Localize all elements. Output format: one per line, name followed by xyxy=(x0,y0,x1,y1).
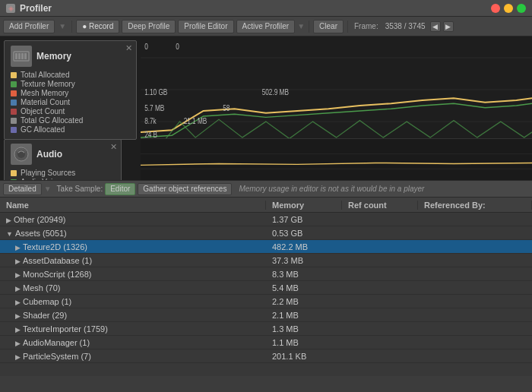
row-arrow: ▶ xyxy=(15,312,21,320)
svg-rect-4 xyxy=(24,53,27,59)
row-arrow: ▶ xyxy=(15,244,21,251)
legend-mesh-memory: Mesh Memory xyxy=(21,89,68,97)
table-row[interactable]: ▶TextureImporter (1759) 1.3 MB xyxy=(0,322,532,336)
header-ref-count: Ref count xyxy=(342,201,418,210)
table-row[interactable]: ▶Other (20949) 1.37 GB xyxy=(0,213,532,226)
window-title: Profiler xyxy=(20,3,52,14)
graph-area: ✕ Memory Total Allocated Texture Memory … xyxy=(0,36,532,181)
row-name: ▶Shader (29) xyxy=(0,311,266,320)
row-name: ▶TextureImporter (1759) xyxy=(0,324,266,334)
window-controls xyxy=(491,4,526,13)
table-row[interactable]: ▶AudioManager (1) 1.1 MB xyxy=(0,336,532,349)
svg-rect-1 xyxy=(15,53,17,59)
row-name: ▼Assets (5051) xyxy=(0,229,266,238)
legend-object-count: Object Count xyxy=(21,107,65,115)
frame-value: 3538 / 3745 xyxy=(385,22,426,30)
audio-icon xyxy=(11,144,32,165)
header-memory: Memory xyxy=(266,201,342,210)
toolbar-separator-2 xyxy=(309,21,309,33)
row-memory: 1.37 GB xyxy=(266,215,342,224)
row-memory: 1.1 MB xyxy=(266,338,342,347)
audio-panel-header: Audio xyxy=(11,144,115,165)
audio-panel: ✕ Audio Playing Sources Audio Voices Tot… xyxy=(4,139,122,181)
row-arrow: ▶ xyxy=(15,271,21,279)
row-name: ▶AssetDatabase (1) xyxy=(0,256,266,265)
row-arrow: ▶ xyxy=(15,285,21,292)
row-name: ▶Other (20949) xyxy=(0,215,266,224)
svg-text:58: 58 xyxy=(223,103,230,113)
table-header: Name Memory Ref count Referenced By: xyxy=(0,198,532,213)
row-memory: 482.2 MB xyxy=(266,242,342,251)
table-row[interactable]: ▶Cubemap (1) 2.2 MB xyxy=(0,295,532,308)
table-row[interactable]: ▶MonoScript (1268) 8.3 MB xyxy=(0,267,532,281)
svg-text:5.7 MB: 5.7 MB xyxy=(144,103,164,113)
table-row[interactable]: ▶ParticleSystem (7) 201.1 KB xyxy=(0,349,532,363)
active-profiler-button[interactable]: Active Profiler xyxy=(236,20,296,33)
table-row[interactable]: ▶Shader (29) 2.1 MB xyxy=(0,308,532,322)
row-memory: 8.3 MB xyxy=(266,270,342,279)
svg-text:0: 0 xyxy=(144,42,148,52)
row-name: ▶AudioManager (1) xyxy=(0,338,266,347)
table-row[interactable]: ▶Texture2D (1326) 482.2 MB xyxy=(0,240,532,254)
svg-rect-2 xyxy=(18,53,21,59)
record-button[interactable]: ● Record xyxy=(76,20,119,33)
svg-text:8.7k: 8.7k xyxy=(144,116,157,126)
header-referenced-by: Referenced By: xyxy=(418,201,532,210)
row-memory: 5.4 MB xyxy=(266,283,342,292)
legend-audio-voices: Audio Voices xyxy=(21,178,65,181)
frame-label: Frame: xyxy=(354,22,378,30)
close-button[interactable] xyxy=(491,4,500,13)
row-arrow: ▶ xyxy=(6,217,11,224)
svg-text:21.1 MB: 21.1 MB xyxy=(184,116,207,126)
legend-gc-allocated: GC Allocated xyxy=(21,125,65,134)
profile-editor-button[interactable]: Profile Editor xyxy=(178,20,233,33)
svg-text:502.9 MB: 502.9 MB xyxy=(262,87,290,97)
prev-frame-button[interactable]: ◀ xyxy=(430,21,441,32)
row-name: ▶Texture2D (1326) xyxy=(0,242,266,251)
add-profiler-button[interactable]: Add Profiler xyxy=(3,20,55,33)
row-memory: 37.3 MB xyxy=(266,256,342,265)
svg-text:1.10 GB: 1.10 GB xyxy=(144,87,168,97)
row-arrow: ▶ xyxy=(15,326,21,334)
audio-graph-canvas xyxy=(141,138,532,180)
clear-button[interactable]: Clear xyxy=(313,20,344,33)
table-row[interactable]: ▶AssetDatabase (1) 37.3 MB xyxy=(0,254,532,267)
audio-legend: Playing Sources Audio Voices Total Audio… xyxy=(11,169,115,181)
toolbar-separator-3 xyxy=(347,21,348,33)
toolbar-separator-1 xyxy=(71,21,72,33)
table-container: Name Memory Ref count Referenced By: ▶Ot… xyxy=(0,198,532,376)
table-row[interactable]: ▶Mesh (70) 5.4 MB xyxy=(0,281,532,295)
maximize-button[interactable] xyxy=(517,4,526,13)
detailed-button[interactable]: Detailed xyxy=(3,183,42,195)
minimize-button[interactable] xyxy=(504,4,513,13)
audio-panel-close[interactable]: ✕ xyxy=(110,142,117,152)
editor-button[interactable]: Editor xyxy=(105,183,135,195)
gather-refs-button[interactable]: Gather object references xyxy=(138,183,232,195)
take-sample-label: Take Sample: xyxy=(57,185,103,193)
memory-panel-header: Memory xyxy=(11,46,130,67)
title-bar: ◈ Profiler xyxy=(0,0,532,17)
app-icon: ◈ xyxy=(6,4,15,13)
memory-panel-close[interactable]: ✕ xyxy=(125,43,132,53)
row-arrow: ▼ xyxy=(6,230,13,238)
legend-material-count: Material Count xyxy=(21,98,70,106)
row-arrow: ▶ xyxy=(15,299,21,306)
main-toolbar: Add Profiler ▼ ● Record Deep Profile Pro… xyxy=(0,17,532,36)
table-row[interactable]: ▼Assets (5051) 0.53 GB xyxy=(0,226,532,240)
deep-profile-button[interactable]: Deep Profile xyxy=(122,20,176,33)
audio-panel-title: Audio xyxy=(36,149,62,160)
row-name: ▶Cubemap (1) xyxy=(0,297,266,306)
header-name: Name xyxy=(0,201,266,210)
legend-total-gc: Total GC Allocated xyxy=(21,116,83,125)
row-memory: 2.1 MB xyxy=(266,311,342,320)
legend-texture-memory: Texture Memory xyxy=(21,80,75,88)
legend-playing-sources: Playing Sources xyxy=(21,169,75,177)
row-arrow: ▶ xyxy=(15,258,21,265)
row-name: ▶ParticleSystem (7) xyxy=(0,352,266,361)
next-frame-button[interactable]: ▶ xyxy=(443,21,454,32)
memory-icon xyxy=(11,46,32,67)
row-memory: 201.1 KB xyxy=(266,352,342,361)
row-name: ▶MonoScript (1268) xyxy=(0,270,266,279)
row-arrow: ▶ xyxy=(15,340,21,347)
table-body: ▶Other (20949) 1.37 GB ▼Assets (5051) 0.… xyxy=(0,213,532,376)
